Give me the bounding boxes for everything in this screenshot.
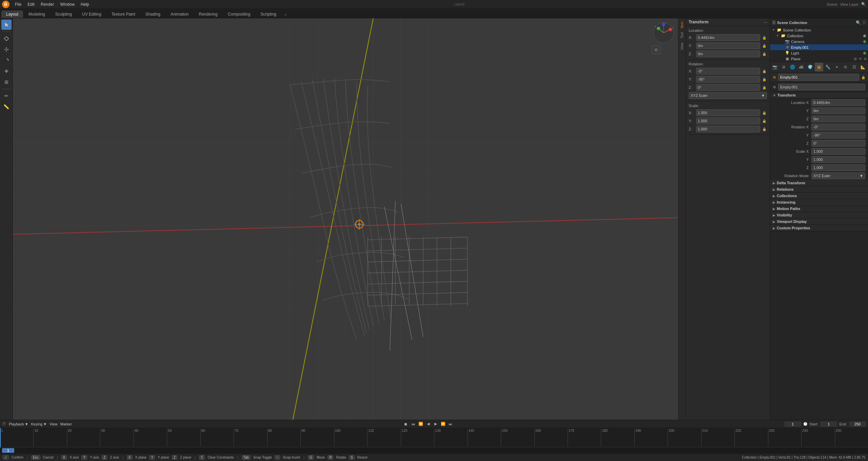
orientation-gizmo[interactable]: X Y Z bbox=[652, 21, 675, 45]
rotation-y-input[interactable] bbox=[696, 76, 760, 83]
delta-transform-header[interactable]: ▶ Delta Transform bbox=[770, 180, 868, 186]
collection-item[interactable]: ▼ 📁 Collection bbox=[770, 33, 868, 39]
g-key[interactable]: G bbox=[308, 455, 314, 460]
prop-tab-render[interactable]: 📷 bbox=[771, 63, 779, 71]
scale-x-input[interactable] bbox=[696, 109, 760, 116]
viewport-3d[interactable]: D: 0.4491m (0.4491m) along global X User… bbox=[13, 18, 678, 420]
sidebar-tab-tool[interactable]: Tool bbox=[679, 30, 685, 40]
plane-item[interactable]: ▶ ▣ Plane ⛓ 👁 ⊞ bbox=[770, 56, 868, 62]
prop-tab-data[interactable]: 📐 bbox=[859, 63, 867, 71]
play-button[interactable]: ▶ bbox=[432, 421, 439, 427]
outliner-filter[interactable]: ☰ bbox=[862, 20, 866, 25]
move-tool-button[interactable] bbox=[1, 44, 12, 55]
scene-collection-item[interactable]: ▼ 📁 Scene Collection bbox=[770, 27, 868, 33]
rotation-z-input[interactable] bbox=[696, 84, 760, 91]
timeline-view-menu[interactable]: View bbox=[50, 422, 58, 426]
location-z-lock[interactable]: 🔒 bbox=[762, 51, 767, 57]
tab-layout[interactable]: Layout bbox=[1, 11, 23, 18]
menu-window[interactable]: Window bbox=[57, 1, 77, 7]
props-rotation-y-value[interactable]: -90° bbox=[811, 132, 865, 139]
top-search[interactable]: 🔍 bbox=[861, 2, 866, 6]
collections-header[interactable]: ▶ Collections bbox=[770, 193, 868, 199]
prop-tab-world[interactable]: 🌍 bbox=[806, 63, 814, 71]
rotation-mode-dropdown[interactable]: XYZ Euler ▼ bbox=[689, 92, 767, 99]
sidebar-tab-item[interactable]: Item bbox=[679, 20, 685, 30]
view-layer-selector[interactable]: View Layer bbox=[840, 2, 859, 6]
scale-tool-button[interactable] bbox=[1, 66, 12, 76]
annotate-tool-button[interactable]: ✏ bbox=[1, 91, 12, 101]
scale-z-lock[interactable]: 🔒 bbox=[762, 126, 767, 132]
props-rotation-z-value[interactable]: 0° bbox=[811, 140, 865, 147]
start-frame-indicator[interactable]: 1 bbox=[820, 421, 837, 427]
current-frame-scrubber[interactable]: 1 bbox=[2, 448, 14, 453]
prop-tab-output[interactable]: 🖥 bbox=[780, 63, 788, 71]
transform-panel-collapse[interactable]: — bbox=[764, 20, 767, 24]
prop-tab-scene[interactable]: 🏙 bbox=[797, 63, 805, 71]
collection-visibility-dot[interactable] bbox=[863, 35, 866, 37]
props-rotation-mode-dropdown[interactable]: XYZ Euler ▼ bbox=[811, 172, 865, 179]
prop-tab-object[interactable]: ▣ bbox=[815, 63, 823, 71]
custom-properties-header[interactable]: ▶ Custom Properties bbox=[770, 225, 868, 231]
sidebar-tab-view[interactable]: View bbox=[679, 41, 685, 52]
tab-shading[interactable]: Shading bbox=[141, 11, 165, 18]
props-scale-z-value[interactable]: 1.000 bbox=[811, 164, 865, 171]
menu-help[interactable]: Help bbox=[78, 1, 92, 7]
z-key[interactable]: Z bbox=[102, 455, 107, 460]
object-data-name-input[interactable] bbox=[778, 84, 865, 90]
rotation-x-lock[interactable]: 🔒 bbox=[762, 68, 767, 74]
object-name-input[interactable] bbox=[778, 74, 859, 81]
tab-sculpting[interactable]: Sculpting bbox=[51, 11, 77, 18]
props-rotation-x-value[interactable]: -0° bbox=[811, 124, 865, 130]
transform-tool-button[interactable]: ⊞ bbox=[1, 77, 12, 87]
rotation-x-input[interactable] bbox=[696, 68, 760, 75]
camera-visibility-dot[interactable] bbox=[863, 40, 866, 43]
jump-end-button[interactable]: ⏭ bbox=[447, 421, 454, 427]
motion-paths-header[interactable]: ▶ Motion Paths bbox=[770, 206, 868, 212]
empty-001-item[interactable]: ▶ ⊕ Empty.001 bbox=[770, 44, 868, 50]
prop-tab-modifier[interactable]: 🔧 bbox=[824, 63, 832, 71]
z-plane-key[interactable]: Z bbox=[172, 455, 177, 460]
keying-menu[interactable]: Keying ▼ bbox=[31, 422, 47, 426]
snap-toggle-key[interactable]: Tab bbox=[242, 455, 251, 460]
rotation-y-lock[interactable]: 🔒 bbox=[762, 77, 767, 82]
c-key[interactable]: C bbox=[199, 455, 205, 460]
tab-texture-paint[interactable]: Texture Paint bbox=[107, 11, 140, 18]
scale-y-input[interactable] bbox=[696, 118, 760, 124]
timeline-marker-menu[interactable]: Marker bbox=[60, 422, 72, 426]
scale-z-input[interactable] bbox=[696, 126, 760, 132]
cancel-key[interactable]: Esc bbox=[31, 455, 40, 460]
props-location-x-value[interactable]: 0.44914m bbox=[811, 99, 865, 106]
stop-button[interactable]: ⏹ bbox=[402, 421, 409, 427]
s-key[interactable]: S bbox=[349, 455, 355, 460]
props-transform-header[interactable]: ▼ Transform bbox=[770, 92, 868, 99]
scene-selector[interactable]: Scene bbox=[827, 2, 837, 6]
tab-compositing[interactable]: Compositing bbox=[223, 11, 255, 18]
end-frame-indicator[interactable]: 250 bbox=[849, 421, 866, 427]
jump-start-button[interactable]: ⏮ bbox=[410, 421, 417, 427]
confirm-key[interactable]: ✓ bbox=[3, 455, 9, 460]
cursor-tool-button[interactable] bbox=[1, 34, 12, 44]
tab-scripting[interactable]: Scripting bbox=[256, 11, 281, 18]
instancing-header[interactable]: ▶ Instancing bbox=[770, 199, 868, 206]
r-key[interactable]: R bbox=[328, 455, 333, 460]
play-back-button[interactable]: ◀ bbox=[425, 421, 432, 427]
x-plane-key[interactable]: X bbox=[127, 455, 133, 460]
visibility-header[interactable]: ▶ Visibility bbox=[770, 212, 868, 218]
select-tool-button[interactable] bbox=[1, 20, 12, 30]
location-y-lock[interactable]: 🔒 bbox=[762, 43, 767, 48]
add-workspace-button[interactable]: + bbox=[282, 11, 289, 18]
scale-y-lock[interactable]: 🔒 bbox=[762, 118, 767, 124]
location-x-lock[interactable]: 🔒 bbox=[762, 35, 767, 40]
object-name-lock[interactable]: 🔒 bbox=[861, 76, 865, 79]
y-plane-key[interactable]: Y bbox=[149, 455, 155, 460]
relations-header[interactable]: ▶ Relations bbox=[770, 186, 868, 193]
x-key[interactable]: X bbox=[61, 455, 67, 460]
prop-tab-view[interactable]: 🌐 bbox=[788, 63, 796, 71]
props-location-y-value[interactable]: 0m bbox=[811, 107, 865, 114]
menu-edit[interactable]: Edit bbox=[25, 1, 37, 7]
snap-invert-key[interactable]: ~ bbox=[275, 455, 280, 460]
prop-tab-physics[interactable]: ⚙ bbox=[842, 63, 850, 71]
y-key[interactable]: Y bbox=[81, 455, 87, 460]
tab-modeling[interactable]: Modeling bbox=[24, 11, 50, 18]
step-forward-button[interactable]: ⏩ bbox=[440, 421, 447, 427]
